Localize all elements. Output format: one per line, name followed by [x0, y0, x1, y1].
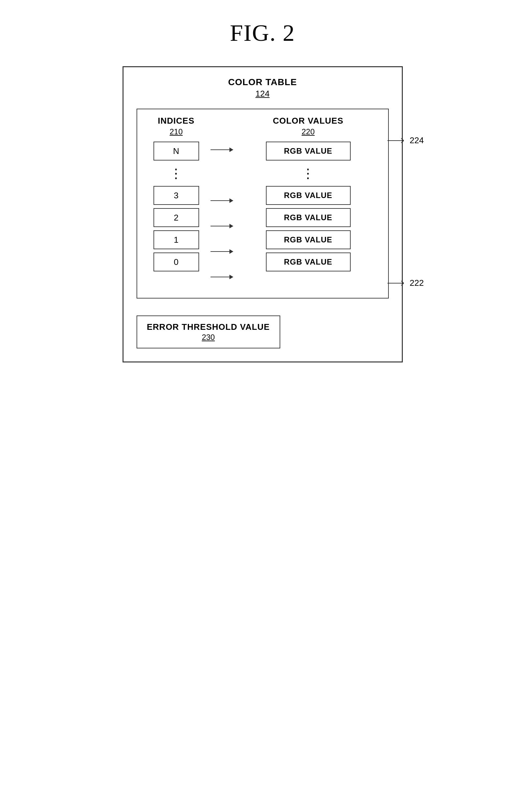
- error-threshold-box: ERROR THRESHOLD VALUE 230: [137, 316, 280, 348]
- rgb-box-1: RGB VALUE: [266, 230, 351, 249]
- svg-line-2: [401, 141, 404, 143]
- rgb-box-0: RGB VALUE: [266, 252, 351, 272]
- error-threshold-wrapper: ERROR THRESHOLD VALUE 230: [137, 308, 389, 348]
- ref-222-label: 222: [410, 278, 424, 288]
- ref-222-line-svg: [388, 278, 407, 288]
- error-threshold-ref: 230: [147, 333, 270, 342]
- arrow-n: [211, 139, 233, 161]
- color-table-box: COLOR TABLE 124 INDICES 210 N ⋮ 3: [122, 66, 403, 362]
- arrows-column: [209, 116, 235, 291]
- arrow-2: [211, 215, 233, 237]
- indices-column: INDICES 210 N ⋮ 3 2: [144, 116, 209, 291]
- ref-224-label: 224: [410, 135, 424, 145]
- svg-line-1: [401, 138, 404, 141]
- rgb-box-3: RGB VALUE: [266, 186, 351, 205]
- rgb-box-2: RGB VALUE: [266, 208, 351, 227]
- page-container: FIG. 2 COLOR TABLE 124 INDICES 210 N ⋮: [100, 19, 425, 362]
- svg-line-5: [401, 283, 404, 286]
- arrow-0: [211, 266, 233, 288]
- ref-222-container: 222: [388, 278, 424, 288]
- indices-ref: 210: [169, 127, 182, 136]
- arrow-1: [211, 241, 233, 263]
- rgb-box-n: RGB VALUE: [266, 142, 351, 160]
- figure-title: FIG. 2: [230, 19, 295, 47]
- svg-line-4: [401, 281, 404, 283]
- color-values-column: COLOR VALUES 220 RGB VALUE ⋮ RGB VALUE R…: [235, 116, 381, 291]
- index-box-2: 2: [153, 208, 199, 227]
- indices-label: INDICES: [158, 116, 194, 126]
- arrow-3: [211, 190, 233, 212]
- index-box-0: 0: [153, 252, 199, 272]
- color-table-ref: 124: [137, 89, 389, 99]
- index-box-3: 3: [153, 186, 199, 205]
- ref-224-container: 224: [388, 135, 424, 145]
- error-threshold-label: ERROR THRESHOLD VALUE: [147, 322, 270, 332]
- ref-224-line-svg: [388, 136, 407, 145]
- diagram-outer: COLOR TABLE 124 INDICES 210 N ⋮ 3: [122, 66, 403, 362]
- index-box-1: 1: [153, 230, 199, 249]
- color-values-ref: 220: [301, 127, 314, 136]
- table-body: INDICES 210 N ⋮ 3 2: [137, 108, 389, 299]
- color-values-label: COLOR VALUES: [273, 116, 344, 126]
- index-box-n: N: [153, 142, 199, 160]
- indices-dots: ⋮: [153, 164, 199, 183]
- color-table-label: COLOR TABLE: [137, 77, 389, 87]
- rgb-dots: ⋮: [266, 164, 351, 183]
